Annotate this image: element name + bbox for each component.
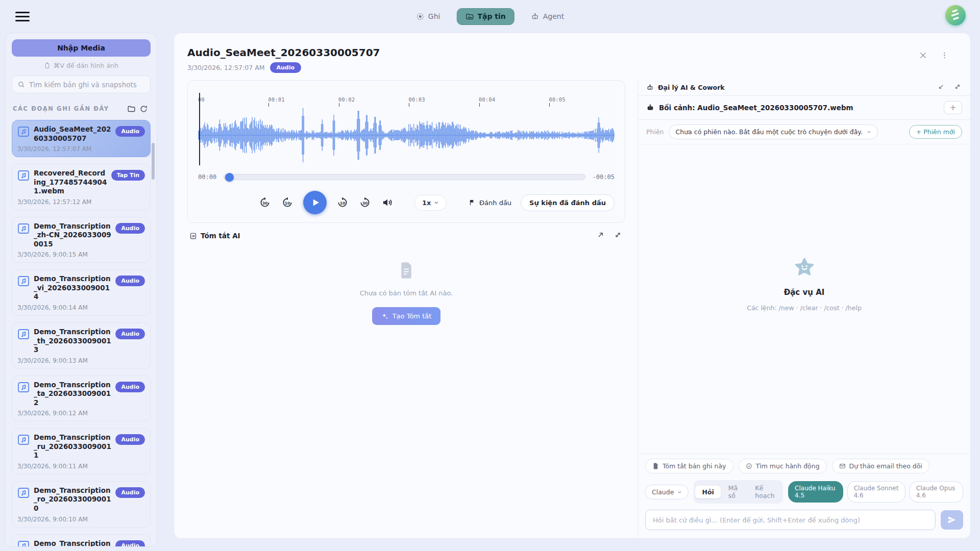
recording-list-item[interactable]: Demo_Transcription_ta_20260330090012 Aud… [12,375,151,422]
recording-list-item[interactable]: Audio_SeaMeet_20260330005707 Audio 3/30/… [12,120,151,157]
sidebar: Nhập Media ⌘V để dán hình ảnh CÁC ĐOẠN G… [5,33,157,547]
refresh-icon [139,105,148,113]
close-button[interactable] [917,49,928,61]
recording-list-item[interactable]: Demo_Transcription_vi_20260330090014 Aud… [12,269,151,316]
more-options-button[interactable] [939,49,950,61]
chevron-down-icon [434,200,439,205]
player-column: 0000:0100:0200:0300:0400:05 00:00 -00:05 [174,79,638,538]
paste-hint-text: ⌘V để dán hình ảnh [54,62,118,69]
volume-button[interactable] [381,196,394,209]
rewind-10-button[interactable]: 10 [281,196,294,209]
tab-record[interactable]: Ghi [411,9,446,24]
add-context-button[interactable]: + [944,101,962,114]
mark-button[interactable]: Đánh dấu [469,199,511,207]
tab-agent[interactable]: Agent [526,9,569,24]
recording-title: Audio_SeaMeet_20260330005707 [34,125,111,143]
media-item-icon [17,329,30,340]
agent-expand-button[interactable] [954,83,962,91]
chip-draft-followup-email[interactable]: Dự thảo email theo dõi [832,459,929,473]
recording-date: 3/30/2026, 12:57:12 AM [17,198,145,206]
tab-files[interactable]: Tập tin [456,8,514,25]
forward-30-button[interactable]: 30 [358,196,372,209]
arrow-up-right-icon [597,231,604,239]
refresh-button[interactable] [137,103,150,115]
model-claude-sonnet[interactable]: Claude Sonnet 4.6 [847,481,905,503]
waveform-ticks: 0000:0100:0200:0300:0400:05 [198,97,615,105]
main-tabs: Ghi Tập tin Agent [411,8,569,25]
svg-text:10: 10 [340,201,346,206]
mode-code[interactable]: Mã số [722,482,748,502]
envelope-icon [839,463,846,469]
recording-list-item[interactable]: Demo_Transcription_pt_20260330090009 Aud… [12,534,151,546]
page-title: Audio_SeaMeet_20260330005707 [187,46,917,59]
recording-title: Demo_Transcription_pt_20260330090009 [34,539,111,546]
topbar: Ghi Tập tin Agent [0,0,980,33]
seek-slider[interactable] [224,174,585,180]
recording-date: 3/30/2026, 9:00:14 AM [17,304,145,311]
media-item-icon [17,487,30,498]
agent-empty-title: Đặc vụ AI [784,288,825,297]
model-claude-haiku[interactable]: Claude Haiku 4.5 [788,481,843,503]
model-claude-opus[interactable]: Claude Opus 4.6 [910,481,963,503]
media-item-icon [17,276,30,287]
playhead-cursor[interactable] [199,93,200,165]
import-media-button[interactable]: Nhập Media [12,39,151,57]
waveform-timeline[interactable]: 0000:0100:0200:0300:0400:05 [198,89,615,165]
menu-icon[interactable] [15,9,30,23]
chat-input[interactable] [645,510,936,530]
recent-section-title: CÁC ĐOẠN GHI GẦN ĐÂY [13,105,125,112]
app-logo[interactable] [945,5,966,26]
ai-summary-section: Tóm tắt AI [187,231,625,330]
clipboard-icon [44,62,51,69]
recording-date: 3/30/2026, 9:00:12 AM [17,410,145,417]
playback-speed-button[interactable]: 1x [414,195,447,211]
app-body: Nhập Media ⌘V để dán hình ảnh CÁC ĐOẠN G… [5,33,971,547]
recording-list-item[interactable]: Demo_Transcription_ro_20260330090010 Aud… [12,481,151,528]
forward-30-icon: 30 [358,196,372,209]
marked-events-button[interactable]: Sự kiện đã đánh dấu [521,194,615,211]
summary-empty-text: Chưa có bản tóm tắt AI nào. [360,289,453,297]
search-input[interactable] [29,81,145,89]
recording-title: Demo_Transcription_zh-CN_20260330090015 [34,222,111,249]
chip-summarize-recording[interactable]: Tóm tắt bản ghi này [645,459,733,473]
media-item-icon [17,382,30,393]
chip-find-action-items[interactable]: Tìm mục hành động [739,459,827,473]
agent-collapse-button[interactable] [938,83,946,91]
media-item-icon [17,434,30,445]
playback-speed-value: 1x [422,199,431,207]
seek-thumb[interactable] [225,173,234,182]
media-item-icon [17,170,30,181]
recording-date: 3/30/2026, 9:00:13 AM [17,357,145,364]
recording-list-item[interactable]: Demo_Transcription_zh-CN_20260330090015 … [12,217,151,263]
close-icon [919,51,927,60]
forward-10-button[interactable]: 10 [336,196,349,209]
agent-panel-title: Đại lý AI & Cowork [658,84,725,91]
chip-label: Dự thảo email theo dõi [849,462,922,470]
svg-text:30: 30 [262,201,268,206]
audio-type-badge: Audio [270,62,302,73]
summary-open-button[interactable] [597,231,606,240]
open-folder-button[interactable] [125,103,137,115]
provider-select[interactable]: Claude [645,485,689,499]
generate-summary-button[interactable]: Tạo Tóm tắt [372,307,441,325]
svg-text:30: 30 [362,201,368,206]
search-icon [17,81,25,88]
recording-list-item[interactable]: Demo_Transcription_ru_20260330090011 Aud… [12,428,151,474]
sidebar-scrollbar[interactable] [152,143,155,180]
recording-list-item[interactable]: Demo_Transcription_th_20260330090013 Aud… [12,322,151,369]
provider-select-value: Claude [652,488,674,496]
recording-list-item[interactable]: Recovered_Recording_1774857449041.webm T… [12,164,151,210]
play-button[interactable] [303,191,327,214]
recording-title: Recovered_Recording_1774857449041.webm [34,169,107,196]
send-button[interactable] [941,510,963,530]
media-item-icon [17,540,30,546]
main-panel: Audio_SeaMeet_20260330005707 3/30/2026, … [174,33,971,539]
mode-plan[interactable]: Kế hoạch [748,482,781,502]
send-icon [947,515,957,524]
summary-expand-button[interactable] [614,231,623,240]
chat-input-row [638,507,970,538]
recording-title: Demo_Transcription_th_20260330090013 [34,328,111,355]
rewind-30-button[interactable]: 30 [258,196,272,209]
svg-text:10: 10 [285,201,290,206]
mode-ask[interactable]: Hỏi [695,486,720,498]
